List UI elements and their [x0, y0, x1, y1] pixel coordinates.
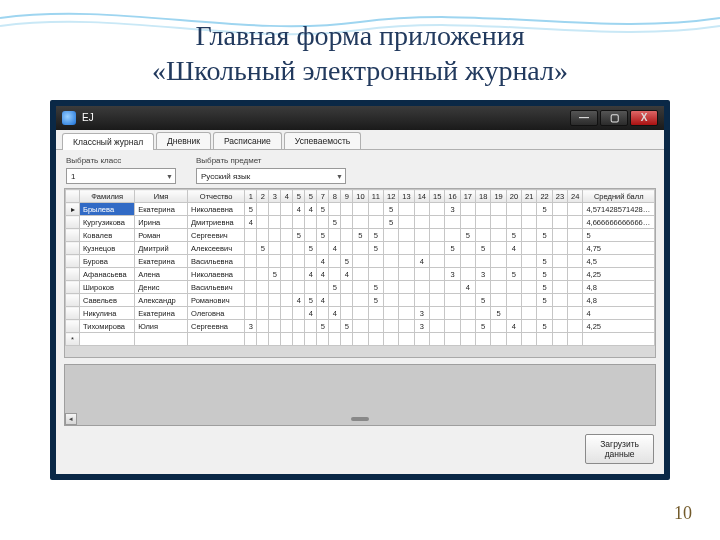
close-button[interactable]: X: [630, 110, 658, 126]
table-row[interactable]: *: [66, 333, 655, 346]
detail-panel: ◂: [64, 364, 656, 426]
subject-label: Выбрать предмет: [196, 156, 346, 165]
app-window: EJ — ▢ X Классный журналДневникРасписани…: [50, 100, 670, 480]
table-row[interactable]: КузнецовДмитрийАлексеевич55455544,75: [66, 242, 655, 255]
table-row[interactable]: НикулинаЕкатеринаОлеговна44354: [66, 307, 655, 320]
class-dropdown-value: 1: [71, 172, 75, 181]
subject-dropdown[interactable]: Русский язык ▼: [196, 168, 346, 184]
table-row[interactable]: КургузиковаИринаДмитриевна4554,666666666…: [66, 216, 655, 229]
tab-strip: Классный журналДневникРасписаниеУспеваем…: [56, 130, 664, 150]
splitter-handle-icon[interactable]: [351, 417, 369, 421]
minimize-button[interactable]: —: [570, 110, 598, 126]
window-titlebar: EJ — ▢ X: [56, 106, 664, 130]
class-dropdown[interactable]: 1 ▼: [66, 168, 176, 184]
chevron-down-icon: ▼: [166, 173, 173, 180]
tab-1[interactable]: Дневник: [156, 132, 211, 149]
table-row[interactable]: ТихомироваЮлияСергеевна35535454,25: [66, 320, 655, 333]
maximize-button[interactable]: ▢: [600, 110, 628, 126]
app-icon-label: EJ: [82, 113, 94, 123]
class-label: Выбрать класс: [66, 156, 176, 165]
load-data-button[interactable]: Загрузитьданные: [585, 434, 654, 464]
table-row[interactable]: ▸БрылеваЕкатеринаНиколаевна54455354,5714…: [66, 203, 655, 216]
filter-row: Выбрать класс 1 ▼ Выбрать предмет Русски…: [56, 150, 664, 188]
client-area: Классный журналДневникРасписаниеУспеваем…: [56, 130, 664, 474]
chevron-down-icon: ▼: [336, 173, 343, 180]
page-number: 10: [674, 503, 692, 524]
scroll-left-icon[interactable]: ◂: [65, 413, 77, 425]
slide-title: Главная форма приложения «Школьный элект…: [0, 0, 720, 100]
table-row[interactable]: СавельевАлександрРоманович4545554,8: [66, 294, 655, 307]
table-row[interactable]: ШироковДенисВасильевич55454,8: [66, 281, 655, 294]
gradebook-grid[interactable]: ФамилияИмяОтчество1234557891011121314151…: [64, 188, 656, 358]
app-icon: [62, 111, 76, 125]
subject-dropdown-value: Русский язык: [201, 172, 250, 181]
table-row[interactable]: КовалевРоманСергеевич55555555: [66, 229, 655, 242]
tab-0[interactable]: Классный журнал: [62, 133, 154, 150]
tab-3[interactable]: Успеваемость: [284, 132, 361, 149]
table-row[interactable]: БуроваЕкатеринаВасильевна45454,5: [66, 255, 655, 268]
tab-2[interactable]: Расписание: [213, 132, 282, 149]
table-row[interactable]: АфанасьеваАленаНиколаевна544433554,25: [66, 268, 655, 281]
